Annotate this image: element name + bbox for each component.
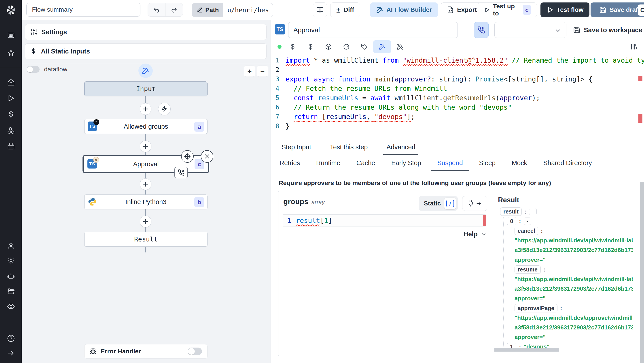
subtab-cache[interactable]: Cache bbox=[355, 155, 376, 171]
resources-boxes-icon[interactable] bbox=[7, 126, 15, 134]
result-key-chip[interactable]: approvalPage bbox=[514, 304, 558, 312]
error-handler-card[interactable]: Error Handler bbox=[84, 344, 208, 358]
save-to-workspace-button[interactable]: Save to workspace bbox=[573, 23, 642, 37]
suspend-approval-button[interactable] bbox=[474, 22, 488, 38]
docs-button[interactable] bbox=[313, 3, 327, 17]
ai-flow-builder-button[interactable]: AI Flow Builder bbox=[370, 3, 438, 17]
code-line[interactable]: 8} bbox=[271, 121, 644, 131]
resources-box-button[interactable] bbox=[320, 40, 338, 54]
script-version-select[interactable] bbox=[494, 22, 566, 38]
favorites-star-icon[interactable] bbox=[7, 49, 15, 57]
move-step-button[interactable] bbox=[181, 150, 194, 163]
ai-off-button[interactable] bbox=[391, 40, 409, 54]
line-number: 4 bbox=[271, 85, 286, 92]
library-button[interactable] bbox=[625, 40, 643, 54]
delete-step-button[interactable] bbox=[201, 150, 213, 163]
test-up-to-step-badge[interactable]: c bbox=[523, 5, 531, 15]
add-step-button[interactable] bbox=[140, 178, 152, 190]
zoom-out-button[interactable]: − bbox=[257, 66, 268, 77]
flow-node-input[interactable]: Input bbox=[84, 82, 208, 96]
path-control[interactable]: Path u/henri/bes bbox=[192, 3, 273, 17]
groups-expression-editor[interactable]: 1 result[1] bbox=[283, 214, 486, 226]
subtab-sleep[interactable]: Sleep bbox=[478, 155, 497, 171]
help-icon[interactable] bbox=[7, 334, 15, 342]
groups-property-box: groupsarray Static f 1 result[1] Help bbox=[278, 191, 488, 356]
flow-settings-button[interactable]: Settings bbox=[25, 24, 266, 40]
line-number: 8 bbox=[271, 122, 286, 130]
result-key-chip[interactable]: cancel bbox=[514, 227, 538, 235]
tab-test-this-step[interactable]: Test this step bbox=[330, 139, 368, 155]
schedules-calendar-icon[interactable] bbox=[7, 142, 15, 150]
test-flow-button[interactable]: Test flow bbox=[540, 3, 590, 17]
code-line[interactable]: 6 // Return the resume URLs along with t… bbox=[271, 103, 644, 112]
tab-step-input[interactable]: Step Input bbox=[282, 139, 311, 155]
subtab-runtime[interactable]: Runtime bbox=[315, 155, 342, 171]
flow-node-result[interactable]: Result bbox=[84, 232, 208, 247]
expression-mode-indicator[interactable]: f bbox=[444, 198, 456, 209]
format-tag-button[interactable] bbox=[355, 40, 373, 54]
add-step-button[interactable] bbox=[140, 216, 152, 227]
page-scrollbar[interactable] bbox=[640, 182, 644, 363]
variables-dollar-button[interactable] bbox=[302, 40, 320, 54]
user-icon[interactable] bbox=[7, 241, 15, 249]
subtab-shared-directory[interactable]: Shared Directory bbox=[542, 155, 593, 171]
flow-node-inline-python3[interactable]: Inline Python3 b bbox=[84, 194, 208, 209]
workers-robot-icon[interactable] bbox=[7, 272, 15, 280]
code-line[interactable]: 4 // Fetch the resume URLs from Windmill bbox=[271, 84, 644, 93]
code-line[interactable]: 7 return [resumeUrls, "devops"]; bbox=[271, 112, 644, 121]
windmill-logo[interactable] bbox=[4, 3, 18, 17]
folders-icon[interactable] bbox=[7, 287, 15, 295]
result-key-chip[interactable]: resume bbox=[514, 265, 541, 274]
plus-icon bbox=[142, 143, 149, 150]
save-icon bbox=[573, 27, 580, 34]
redo-button[interactable] bbox=[166, 3, 183, 16]
home-icon[interactable] bbox=[7, 78, 15, 86]
add-step-button[interactable] bbox=[140, 141, 152, 152]
flow-summary-input[interactable]: Flow summary bbox=[26, 3, 140, 17]
variables-dollar-icon[interactable] bbox=[7, 110, 15, 118]
subtab-suspend[interactable]: Suspend bbox=[436, 155, 464, 171]
result-key-chip[interactable]: 0 bbox=[507, 217, 516, 225]
graph-ai-wand-button[interactable] bbox=[138, 64, 153, 78]
runs-play-icon[interactable] bbox=[7, 94, 15, 102]
collapse-toggle-chip[interactable]: - bbox=[529, 208, 537, 215]
static-expr-toggle[interactable]: Static f bbox=[419, 196, 458, 211]
settings-gear-icon[interactable] bbox=[7, 257, 15, 265]
diff-button[interactable]: ± Diff bbox=[330, 3, 360, 17]
zoom-in-button[interactable]: + bbox=[244, 66, 255, 77]
result-tree-row: "https://app.windmill.dev/approve/windmi… bbox=[514, 313, 633, 322]
audit-eye-icon[interactable] bbox=[7, 302, 15, 310]
help-expander[interactable]: Help bbox=[464, 230, 486, 238]
code-line[interactable]: 5 const resumeUrls = await wmillClient.g… bbox=[271, 93, 644, 103]
ai-assistant-button[interactable] bbox=[373, 40, 391, 53]
tab-advanced[interactable]: Advanced bbox=[386, 139, 415, 155]
dataflow-toggle[interactable] bbox=[26, 66, 40, 73]
subtab-early-stop[interactable]: Early Stop bbox=[390, 155, 422, 171]
reload-button[interactable] bbox=[338, 40, 355, 54]
code-token: getResumeUrls bbox=[443, 94, 496, 102]
code-line[interactable]: 1import * as wmillClient from "windmill-… bbox=[271, 56, 644, 65]
collapse-arrow-icon[interactable] bbox=[7, 349, 15, 357]
result-key-chip[interactable]: result bbox=[500, 207, 522, 216]
flow-node-allowed-groups[interactable]: TS Allowed groups a bbox=[84, 119, 208, 134]
subtab-mock[interactable]: Mock bbox=[510, 155, 528, 171]
undo-button[interactable] bbox=[148, 3, 166, 16]
export-button[interactable]: Export bbox=[441, 3, 483, 17]
result-horizontal-scrollbar[interactable] bbox=[494, 348, 559, 351]
collapse-toggle-chip[interactable]: - bbox=[524, 218, 531, 225]
code-line[interactable]: 3export async function main(approver?: s… bbox=[271, 74, 644, 84]
arrow-right-icon bbox=[476, 200, 482, 207]
code-line[interactable]: 2 bbox=[271, 65, 644, 74]
add-step-button[interactable] bbox=[140, 103, 152, 115]
assets-dollar-button[interactable] bbox=[284, 40, 302, 54]
add-trigger-button[interactable] bbox=[158, 103, 170, 115]
suspend-phone-badge[interactable] bbox=[174, 167, 188, 178]
step-name-input[interactable]: Approval bbox=[288, 22, 458, 38]
save-draft-button[interactable]: Save draft bbox=[590, 3, 644, 17]
all-static-inputs-button[interactable]: All Static Inputs bbox=[25, 44, 266, 59]
test-up-to-button[interactable]: Test up to c bbox=[478, 3, 537, 17]
connect-result-button[interactable] bbox=[462, 196, 487, 211]
error-handler-toggle[interactable] bbox=[188, 347, 202, 355]
apps-card-icon[interactable] bbox=[7, 31, 15, 39]
subtab-retries[interactable]: Retries bbox=[278, 155, 302, 171]
